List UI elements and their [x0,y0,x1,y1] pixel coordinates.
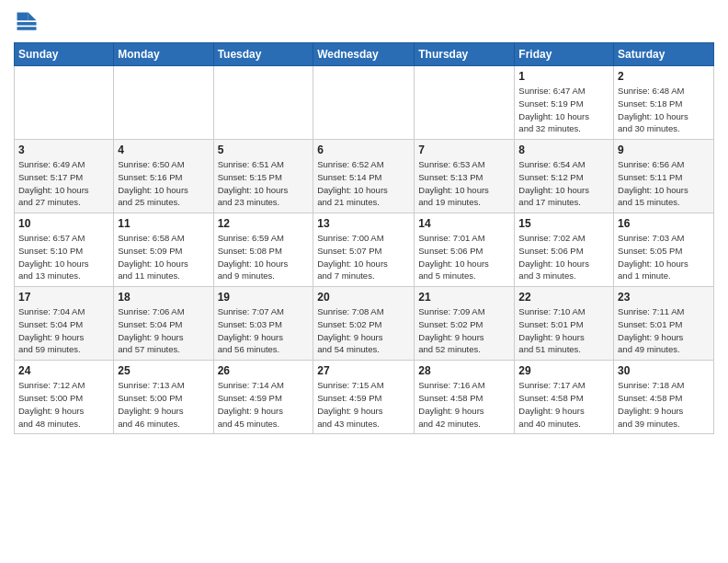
day-info: Sunrise: 7:16 AMSunset: 4:58 PMDaylight:… [418,379,510,430]
day-cell: 25Sunrise: 7:13 AMSunset: 5:00 PMDayligh… [114,361,213,434]
day-number: 16 [618,217,710,230]
svg-rect-3 [17,22,37,26]
day-info: Sunrise: 7:15 AMSunset: 4:59 PMDaylight:… [317,379,410,430]
day-info: Sunrise: 7:00 AMSunset: 5:07 PMDaylight:… [317,232,410,282]
day-info: Sunrise: 6:51 AMSunset: 5:15 PMDaylight:… [218,158,310,209]
calendar-header: SundayMondayTuesdayWednesdayThursdayFrid… [15,43,714,66]
day-number: 13 [317,217,410,230]
day-info: Sunrise: 6:48 AMSunset: 5:18 PMDaylight:… [618,85,710,135]
weekday-row: SundayMondayTuesdayWednesdayThursdayFrid… [15,43,714,66]
day-info: Sunrise: 6:59 AMSunset: 5:08 PMDaylight:… [218,232,310,282]
svg-rect-4 [17,27,37,30]
day-cell: 3Sunrise: 6:49 AMSunset: 5:17 PMDaylight… [15,140,114,213]
day-info: Sunrise: 6:50 AMSunset: 5:16 PMDaylight:… [118,158,209,209]
day-info: Sunrise: 7:18 AMSunset: 4:58 PMDaylight:… [618,379,710,430]
day-info: Sunrise: 7:08 AMSunset: 5:02 PMDaylight:… [317,305,410,356]
day-number: 24 [18,364,109,377]
day-cell: 19Sunrise: 7:07 AMSunset: 5:03 PMDayligh… [213,287,313,361]
day-info: Sunrise: 6:49 AMSunset: 5:17 PMDaylight:… [18,158,109,209]
day-info: Sunrise: 7:01 AMSunset: 5:06 PMDaylight:… [418,232,510,282]
day-cell: 23Sunrise: 7:11 AMSunset: 5:01 PMDayligh… [614,287,714,361]
day-cell: 26Sunrise: 7:14 AMSunset: 4:59 PMDayligh… [213,361,313,434]
week-row-2: 3Sunrise: 6:49 AMSunset: 5:17 PMDaylight… [15,140,714,213]
logo-icon [14,9,40,35]
day-cell: 8Sunrise: 6:54 AMSunset: 5:12 PMDaylight… [515,140,614,213]
day-cell: 12Sunrise: 6:59 AMSunset: 5:08 PMDayligh… [213,213,313,287]
day-info: Sunrise: 7:07 AMSunset: 5:03 PMDaylight:… [218,305,310,356]
day-number: 3 [18,144,109,156]
day-info: Sunrise: 7:14 AMSunset: 4:59 PMDaylight:… [218,379,310,430]
day-number: 14 [418,217,510,230]
day-number: 30 [618,364,710,377]
day-info: Sunrise: 7:13 AMSunset: 5:00 PMDaylight:… [118,379,209,430]
day-cell: 10Sunrise: 6:57 AMSunset: 5:10 PMDayligh… [15,213,114,287]
day-cell: 16Sunrise: 7:03 AMSunset: 5:05 PMDayligh… [614,213,714,287]
weekday-header-monday: Monday [114,43,213,66]
day-number: 5 [218,144,310,156]
day-cell: 11Sunrise: 6:58 AMSunset: 5:09 PMDayligh… [114,213,213,287]
day-cell: 4Sunrise: 6:50 AMSunset: 5:16 PMDaylight… [114,140,213,213]
day-number: 23 [618,291,710,304]
day-info: Sunrise: 7:12 AMSunset: 5:00 PMDaylight:… [18,379,109,430]
weekday-header-wednesday: Wednesday [313,43,415,66]
day-cell: 30Sunrise: 7:18 AMSunset: 4:58 PMDayligh… [614,361,714,434]
day-number: 29 [518,364,609,377]
day-number: 22 [518,291,609,304]
day-cell: 18Sunrise: 7:06 AMSunset: 5:04 PMDayligh… [114,287,213,361]
day-cell: 9Sunrise: 6:56 AMSunset: 5:11 PMDaylight… [614,140,714,213]
day-cell: 29Sunrise: 7:17 AMSunset: 4:58 PMDayligh… [515,361,614,434]
day-number: 8 [518,144,609,156]
day-number: 27 [317,364,410,377]
day-cell: 28Sunrise: 7:16 AMSunset: 4:58 PMDayligh… [415,361,515,434]
day-cell: 15Sunrise: 7:02 AMSunset: 5:06 PMDayligh… [515,213,614,287]
day-number: 6 [317,144,410,156]
day-number: 10 [18,217,109,230]
day-number: 12 [218,217,310,230]
day-cell [114,66,213,140]
calendar-body: 1Sunrise: 6:47 AMSunset: 5:19 PMDaylight… [15,66,714,434]
day-cell: 7Sunrise: 6:53 AMSunset: 5:13 PMDaylight… [415,140,515,213]
day-info: Sunrise: 7:06 AMSunset: 5:04 PMDaylight:… [118,305,209,356]
day-cell [15,66,114,140]
day-cell: 17Sunrise: 7:04 AMSunset: 5:04 PMDayligh… [15,287,114,361]
logo [14,9,43,35]
day-number: 18 [118,291,209,304]
week-row-4: 17Sunrise: 7:04 AMSunset: 5:04 PMDayligh… [15,287,714,361]
day-info: Sunrise: 7:11 AMSunset: 5:01 PMDaylight:… [618,305,710,356]
day-number: 1 [518,70,609,83]
week-row-3: 10Sunrise: 6:57 AMSunset: 5:10 PMDayligh… [15,213,714,287]
day-info: Sunrise: 7:09 AMSunset: 5:02 PMDaylight:… [418,305,510,356]
day-info: Sunrise: 7:02 AMSunset: 5:06 PMDaylight:… [518,232,609,282]
day-number: 9 [618,144,710,156]
weekday-header-thursday: Thursday [415,43,515,66]
day-number: 15 [518,217,609,230]
day-cell: 5Sunrise: 6:51 AMSunset: 5:15 PMDaylight… [213,140,313,213]
page-container: SundayMondayTuesdayWednesdayThursdayFrid… [0,0,728,443]
day-cell: 13Sunrise: 7:00 AMSunset: 5:07 PMDayligh… [313,213,415,287]
day-number: 2 [618,70,710,83]
day-info: Sunrise: 6:57 AMSunset: 5:10 PMDaylight:… [18,232,109,282]
day-cell: 27Sunrise: 7:15 AMSunset: 4:59 PMDayligh… [313,361,415,434]
svg-rect-2 [17,13,28,21]
day-number: 7 [418,144,510,156]
calendar-table: SundayMondayTuesdayWednesdayThursdayFrid… [14,42,714,434]
week-row-5: 24Sunrise: 7:12 AMSunset: 5:00 PMDayligh… [15,361,714,434]
weekday-header-saturday: Saturday [614,43,714,66]
day-number: 20 [317,291,410,304]
day-number: 17 [18,291,109,304]
day-info: Sunrise: 6:54 AMSunset: 5:12 PMDaylight:… [518,158,609,209]
day-info: Sunrise: 7:04 AMSunset: 5:04 PMDaylight:… [18,305,109,356]
weekday-header-tuesday: Tuesday [213,43,313,66]
day-cell [313,66,415,140]
day-info: Sunrise: 6:58 AMSunset: 5:09 PMDaylight:… [118,232,209,282]
day-info: Sunrise: 6:56 AMSunset: 5:11 PMDaylight:… [618,158,710,209]
day-cell: 21Sunrise: 7:09 AMSunset: 5:02 PMDayligh… [415,287,515,361]
weekday-header-friday: Friday [515,43,614,66]
day-info: Sunrise: 6:47 AMSunset: 5:19 PMDaylight:… [518,85,609,135]
day-number: 26 [218,364,310,377]
week-row-1: 1Sunrise: 6:47 AMSunset: 5:19 PMDaylight… [15,66,714,140]
day-info: Sunrise: 7:03 AMSunset: 5:05 PMDaylight:… [618,232,710,282]
day-number: 4 [118,144,209,156]
day-number: 21 [418,291,510,304]
weekday-header-sunday: Sunday [15,43,114,66]
